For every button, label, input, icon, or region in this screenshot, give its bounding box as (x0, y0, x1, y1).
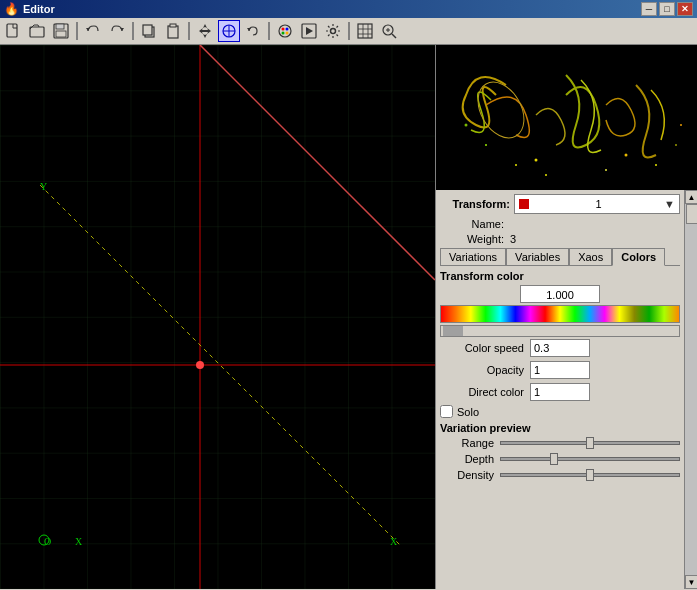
svg-marker-11 (199, 24, 211, 38)
open-button[interactable] (26, 20, 48, 42)
svg-point-47 (515, 164, 517, 166)
svg-text:X: X (390, 536, 398, 547)
variation-preview-title: Variation preview (440, 422, 680, 434)
solo-label[interactable]: Solo (457, 406, 479, 418)
transform-row: Transform: 1 ▼ (440, 194, 680, 214)
opacity-row: Opacity 1 (440, 361, 680, 379)
svg-point-49 (485, 144, 487, 146)
tab-variables[interactable]: Variables (506, 248, 569, 265)
name-row: Name: (440, 218, 680, 230)
name-label: Name: (440, 218, 510, 230)
svg-point-56 (680, 124, 682, 126)
depth-row: Depth (440, 453, 680, 465)
transform-indicator (519, 199, 529, 209)
svg-point-52 (655, 164, 657, 166)
svg-point-48 (535, 159, 538, 162)
palette-button[interactable] (274, 20, 296, 42)
color-speed-row: Color speed 0.3 (440, 339, 680, 357)
depth-thumb[interactable] (550, 453, 558, 465)
fractal-preview-svg (436, 45, 697, 190)
settings-button[interactable] (322, 20, 344, 42)
svg-point-55 (465, 124, 468, 127)
svg-point-18 (286, 28, 289, 31)
svg-rect-8 (143, 25, 152, 35)
maximize-button[interactable]: □ (659, 2, 675, 16)
canvas-svg: Y O X X (0, 45, 435, 589)
svg-point-51 (625, 154, 628, 157)
color-value-row: 1.000 (440, 285, 680, 303)
grid-button[interactable] (354, 20, 376, 42)
app-icon: 🔥 (4, 2, 19, 16)
svg-rect-0 (7, 24, 17, 37)
minimize-button[interactable]: ─ (641, 2, 657, 16)
density-thumb[interactable] (586, 469, 594, 481)
scrollbar-thumb[interactable] (443, 326, 463, 336)
svg-point-17 (282, 28, 285, 31)
copy-button[interactable] (138, 20, 160, 42)
tab-xaos[interactable]: Xaos (569, 248, 612, 265)
svg-marker-22 (306, 27, 313, 35)
scroll-up-button[interactable]: ▲ (685, 190, 698, 204)
right-scrollbar: ▲ ▼ (684, 190, 697, 589)
opacity-input[interactable]: 1 (530, 361, 590, 379)
solo-row: Solo (440, 405, 680, 418)
scroll-down-button[interactable]: ▼ (685, 575, 698, 589)
select-button[interactable] (218, 20, 240, 42)
depth-track[interactable] (500, 457, 680, 461)
undo-button[interactable] (82, 20, 104, 42)
title-bar-left: 🔥 Editor (4, 2, 55, 16)
svg-rect-1 (30, 27, 44, 37)
direct-color-input[interactable]: 1 (530, 383, 590, 401)
svg-point-23 (331, 29, 336, 34)
range-row: Range (440, 437, 680, 449)
paste-button[interactable] (162, 20, 184, 42)
solo-checkbox[interactable] (440, 405, 453, 418)
canvas-area[interactable]: Y O X X (0, 45, 435, 589)
main-area: Y O X X (0, 45, 697, 589)
tab-variations[interactable]: Variations (440, 248, 506, 265)
svg-point-50 (605, 169, 607, 171)
range-thumb[interactable] (586, 437, 594, 449)
redo-button[interactable] (106, 20, 128, 42)
direct-color-label: Direct color (440, 386, 530, 398)
density-track[interactable] (500, 473, 680, 477)
save-button[interactable] (50, 20, 72, 42)
svg-point-20 (286, 32, 289, 35)
separator-3 (188, 22, 190, 40)
range-track[interactable] (500, 441, 680, 445)
svg-point-53 (675, 144, 677, 146)
transform-select[interactable]: 1 ▼ (514, 194, 680, 214)
move-button[interactable] (194, 20, 216, 42)
scroll-thumb[interactable] (686, 204, 698, 224)
new-button[interactable] (2, 20, 24, 42)
title-bar-controls: ─ □ ✕ (641, 2, 693, 16)
svg-line-30 (392, 34, 396, 38)
render-button[interactable] (298, 20, 320, 42)
color-scrollbar[interactable] (440, 325, 680, 337)
svg-marker-15 (247, 28, 251, 31)
weight-value: 3 (510, 233, 680, 245)
density-label: Density (440, 469, 500, 481)
toolbar (0, 18, 697, 45)
density-row: Density (440, 469, 680, 481)
zoom-button[interactable] (378, 20, 400, 42)
color-speed-input[interactable]: 0.3 (530, 339, 590, 357)
separator-5 (348, 22, 350, 40)
separator-1 (76, 22, 78, 40)
svg-rect-45 (436, 45, 697, 190)
rotate-button[interactable] (242, 20, 264, 42)
direct-color-row: Direct color 1 (440, 383, 680, 401)
svg-point-54 (545, 174, 547, 176)
color-strip-container[interactable] (440, 305, 680, 335)
tab-colors[interactable]: Colors (612, 248, 665, 266)
color-value-input[interactable]: 1.000 (520, 285, 600, 303)
svg-point-43 (196, 361, 204, 369)
close-button[interactable]: ✕ (677, 2, 693, 16)
transform-label: Transform: (440, 198, 510, 210)
depth-label: Depth (440, 453, 500, 465)
scroll-track[interactable] (685, 204, 697, 575)
svg-point-16 (279, 25, 291, 37)
svg-text:X: X (75, 536, 83, 547)
color-strip[interactable] (440, 305, 680, 323)
color-speed-label: Color speed (440, 342, 530, 354)
